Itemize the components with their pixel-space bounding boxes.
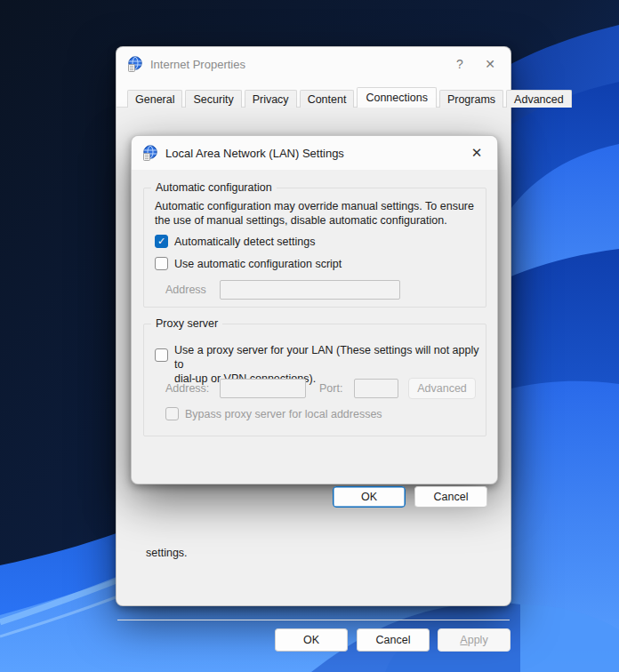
internet-properties-icon: [127, 56, 143, 72]
lan-settings-body: Automatic configuration Automatic config…: [132, 170, 497, 484]
automatic-configuration-group-label: Automatic configuration: [151, 181, 277, 195]
automatically-detect-settings-row[interactable]: ✓ Automatically detect settings: [155, 235, 315, 249]
proxy-port-label: Port:: [319, 382, 342, 395]
lan-settings-titlebar: Local Area Network (LAN) Settings ✕: [132, 136, 497, 170]
tab-connections[interactable]: Connections: [357, 87, 437, 108]
use-proxy-server-checkbox[interactable]: [155, 348, 168, 362]
tab-programs[interactable]: Programs: [439, 90, 503, 108]
tab-strip: General Security Privacy Content Connect…: [127, 87, 507, 108]
button-row-separator: [117, 620, 510, 620]
tab-general[interactable]: General: [127, 90, 182, 108]
close-button[interactable]: ✕: [475, 51, 505, 77]
automatically-detect-settings-label: Automatically detect settings: [174, 235, 315, 249]
lan-close-button[interactable]: ✕: [462, 140, 492, 166]
lan-settings-title: Local Area Network (LAN) Settings: [165, 147, 344, 160]
desktop: Internet Properties ? ✕ General Security…: [0, 0, 619, 672]
internet-properties-titlebar: Internet Properties ? ✕: [117, 47, 510, 81]
proxy-port-input[interactable]: [354, 379, 398, 398]
tab-advanced[interactable]: Advanced: [506, 90, 572, 108]
description-line-1: Automatic configuration may override man…: [155, 199, 474, 213]
advanced-button[interactable]: Advanced: [408, 378, 476, 399]
ok-button[interactable]: OK: [275, 628, 348, 652]
settings-trailing-text: settings.: [146, 547, 188, 559]
bypass-proxy-label: Bypass proxy server for local addresses: [185, 407, 382, 421]
bypass-proxy-row[interactable]: Bypass proxy server for local addresses: [165, 407, 382, 421]
apply-button[interactable]: Apply: [438, 628, 510, 652]
automatic-configuration-group: Automatic configuration Automatic config…: [143, 188, 486, 308]
tab-security[interactable]: Security: [185, 90, 241, 108]
automatic-configuration-description: Automatic configuration may override man…: [155, 199, 474, 228]
proxy-address-label: Address:: [165, 382, 209, 395]
lan-settings-icon: [142, 145, 158, 161]
proxy-server-group-label: Proxy server: [151, 317, 222, 331]
tab-privacy[interactable]: Privacy: [245, 90, 297, 108]
internet-properties-title: Internet Properties: [150, 58, 245, 71]
lan-settings-dialog: Local Area Network (LAN) Settings ✕ Auto…: [131, 135, 498, 484]
proxy-server-group: Proxy server Use a proxy server for your…: [143, 324, 486, 436]
use-automatic-configuration-script-label: Use automatic configuration script: [174, 257, 342, 271]
automatically-detect-settings-checkbox[interactable]: ✓: [155, 235, 168, 248]
tab-content[interactable]: Content: [300, 90, 355, 108]
description-line-2: the use of manual settings, disable auto…: [155, 213, 474, 228]
bypass-proxy-checkbox[interactable]: [165, 407, 179, 420]
lan-ok-button[interactable]: OK: [333, 486, 406, 508]
use-proxy-label-line-1: Use a proxy server for your LAN (These s…: [174, 343, 486, 372]
use-automatic-configuration-script-row[interactable]: Use automatic configuration script: [155, 257, 342, 271]
lan-cancel-button[interactable]: Cancel: [414, 486, 487, 508]
use-automatic-configuration-script-checkbox[interactable]: [155, 257, 168, 270]
proxy-address-input[interactable]: [220, 379, 306, 398]
help-button[interactable]: ?: [445, 51, 475, 77]
script-address-label: Address: [165, 284, 206, 296]
apply-label-rest: pply: [468, 634, 488, 646]
cancel-button[interactable]: Cancel: [357, 628, 430, 652]
script-address-input[interactable]: [220, 280, 400, 300]
apply-label-initial: A: [460, 634, 467, 646]
